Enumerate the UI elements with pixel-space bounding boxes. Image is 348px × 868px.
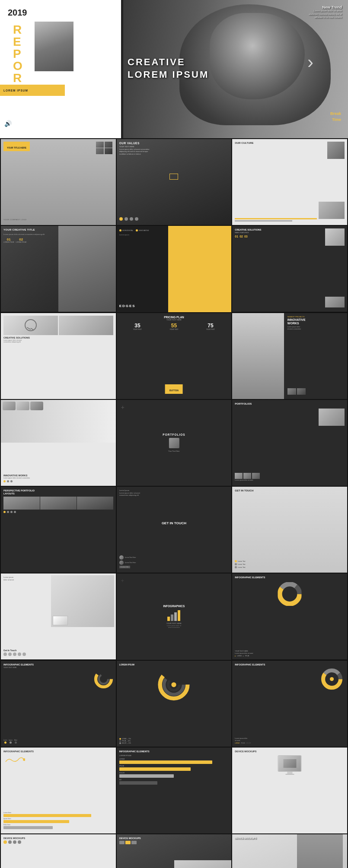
slide-row4-col3: PORTFOLIOS Lorem ipsum dolor sit amet	[232, 400, 347, 486]
slide-row1-col1: YOUR TITLE HERE YOUR COMPANY LOGO	[1, 139, 116, 225]
slide-row6-col2: INFOGRAPHICS YOUR TEXT HERE Lorem ipsum …	[117, 573, 232, 659]
hero-left-panel: 2019 R E P O R T LOREM IPSUM	[0, 0, 121, 138]
slide-row6-col3: INFOGRAPHIC ELEMENTS YOUR TEXT HERELorem…	[232, 573, 347, 659]
slide-row3-col1: CREATIVE SOLUTIONS Lorem ipsum dolor sit…	[1, 313, 116, 399]
slide-row5-col1: PERSPECTIVE PORTFOLIOLAYOUTS	[1, 487, 116, 573]
slides-grid: YOUR TITLE HERE YOUR COMPANY LOGO OUR VA…	[0, 138, 348, 868]
hero-report-o: O	[13, 60, 22, 72]
svg-point-8	[99, 674, 108, 684]
hero-report-e: E	[13, 36, 21, 48]
hero-creative-title: CREATIVELOREM IPSUM	[128, 56, 209, 81]
hero-year: 2019	[8, 8, 27, 18]
slide-row1-col3: OUR CULTURE	[232, 139, 347, 225]
svg-rect-3	[178, 610, 180, 621]
slide-row9-col2: DEVICE MOCKUPS Lorem ipsumdolor sit amet	[117, 834, 232, 868]
hero-trend-title: New Trend	[309, 5, 342, 10]
hero-lorem: LOREM IPSUM	[3, 89, 28, 92]
slide-row3-col2: PRICING PLAN YOUR TEXT HERE 35 YOUR TEXT…	[117, 313, 232, 399]
slide-row6-col1: Lorem ipsumdolor sit amet Get In Touch	[1, 573, 116, 659]
svg-rect-1	[171, 615, 173, 621]
slide-row4-col2: PORTFOLIOS Your Text Here +	[117, 400, 232, 486]
hero-portrait-image	[35, 22, 73, 71]
hero-section: 2019 R E P O R T LOREM IPSUM CREATIVELOR…	[0, 0, 348, 138]
svg-rect-0	[167, 617, 170, 621]
hero-break-time: BreakTime	[330, 111, 341, 123]
svg-rect-2	[174, 612, 177, 621]
slide-row8-col3: DEVICE MOCKUPS	[232, 748, 347, 833]
svg-point-17	[330, 677, 334, 681]
hero-yellow-bar: LOREM IPSUM	[0, 85, 65, 96]
slide-row2-col3: CREATIVE SOLUTIONS MAIN FEATURES 01 02 0…	[232, 226, 347, 312]
hero-trend-container: New Trend Lorem ipsum dolor sit ametelef…	[309, 5, 342, 19]
slide-row7-col2: LOREM IPSUM LOREM — 70% IPSUM — 20% DOLO…	[117, 661, 232, 747]
slide-row2-col2: EDGES HORIZONTAL INNOVATIVE Lorem ipsum	[117, 226, 232, 312]
slide-row4-col1: INNOVATIVE WORKS Lorem ipsum dolor sit a…	[1, 400, 116, 486]
slide-row9-col3: DEVICE MOCKUPS DEVICE MOCKUPS	[232, 834, 347, 868]
slide-row1-col2: OUR VALUES YOUR TEXT HERELorem ipsum dol…	[117, 139, 232, 225]
hero-report-r1: R	[13, 24, 22, 36]
slide-row5-col3: GET IN TOUCH Lorem Text Lorem Text Lorem…	[232, 487, 347, 573]
hero-speaker-icon: 🔊	[4, 120, 12, 127]
slide-row9-col1: DEVICE MOCKUPS	[1, 834, 116, 868]
slide-row8-col1: INFOGRAPHIC ELEMENTS Lorem Item Ipsum It…	[1, 748, 116, 833]
slide-row2-col1: YOUR CREATIVE TITLE Lorem ipsum dolor si…	[1, 226, 116, 312]
slide-row5-col2: Lorem IpsumLorem ipsum dolor sit ametcon…	[117, 487, 232, 573]
hero-chevron-icon: ›	[307, 52, 313, 73]
hero-report-r2: R	[13, 72, 22, 84]
slide-row8-col2: INFOGRAPHIC ELEMENTS LOREM IPSUM LOREM I…	[117, 748, 232, 833]
slide-row7-col1: INFOGRAPHIC ELEMENTS YOUR TEXT HERE Lore…	[1, 661, 116, 747]
slide-row3-col3: NEWEST PROJECTS INNOVATIVEWORKS Lorem ip…	[232, 313, 347, 399]
hero-trend-text: Lorem ipsum dolor sit ametelefersim ounc…	[309, 10, 342, 19]
slide-row7-col3: INFOGRAPHIC ELEMENTS Lorem ipsum dolorsi…	[232, 661, 347, 747]
hero-report-p: P	[13, 48, 21, 60]
svg-point-12	[172, 682, 176, 687]
